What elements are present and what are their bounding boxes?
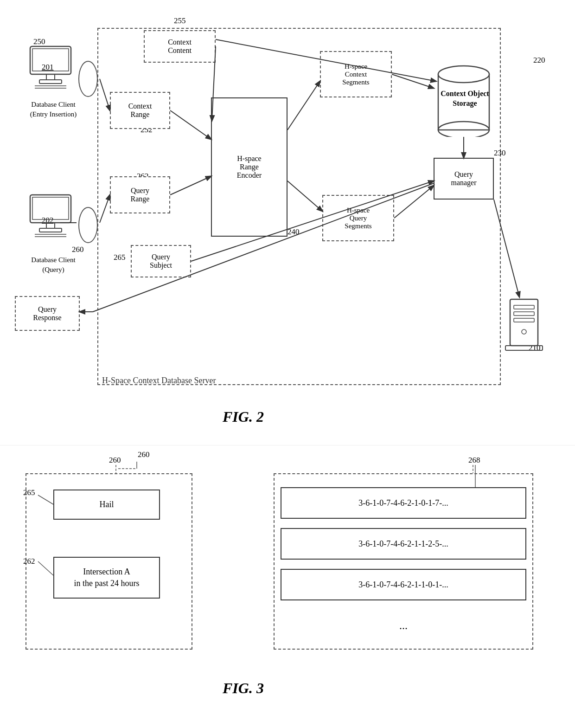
svg-rect-0	[30, 46, 71, 74]
svg-point-15	[438, 66, 489, 83]
fig3-label-260: 260	[118, 459, 146, 473]
svg-point-21	[522, 329, 526, 334]
svg-point-13	[79, 207, 97, 243]
query-response-box: Query Response	[15, 296, 80, 331]
context-range-box: Context Range	[110, 92, 170, 129]
label-230: 230	[494, 148, 506, 158]
query-manager-box: Query manager	[434, 158, 494, 200]
context-content-box: Context Content	[144, 30, 216, 63]
query-subject-box: Query Subject	[131, 245, 191, 277]
label-240: 240	[288, 227, 300, 237]
db-client-query-label: Database Client (Query)	[16, 255, 90, 275]
db-client-entry-icon	[26, 44, 77, 92]
svg-rect-7	[32, 197, 69, 219]
hspace-server-label: H-Space Context Database Server	[102, 376, 216, 386]
segment-dots: ...	[281, 610, 526, 641]
svg-rect-17	[510, 299, 538, 346]
label-260: 260	[72, 245, 84, 254]
hspace-encoder-box: H-space Range Encoder	[211, 97, 288, 237]
label-255: 255	[174, 16, 186, 26]
svg-rect-18	[514, 305, 534, 309]
context-object-storage-label: Context Object Storage	[427, 89, 503, 109]
fig3-diagram: 260 260 265 262 268 Hail Intersection A …	[0, 445, 575, 728]
db-client-entry-label: Database Client (Entry Insertion)	[16, 100, 90, 119]
label-220: 220	[533, 56, 545, 65]
svg-rect-2	[46, 74, 55, 80]
svg-rect-1	[32, 49, 69, 71]
hail-box: Hail	[53, 490, 160, 520]
svg-point-12	[79, 61, 97, 97]
oval-top-icon	[77, 60, 100, 97]
segment-row-3: 3-6-1-0-7-4-6-2-1-1-0-1-...	[281, 569, 526, 600]
fig3-caption: FIG. 3	[223, 680, 264, 697]
db-client-query-icon	[26, 193, 77, 241]
fig3-n260-label: 260	[109, 456, 121, 465]
oval-bottom-icon	[77, 206, 100, 244]
hspace-query-seg-box: H-space Query Segments	[322, 195, 394, 241]
server-tower-icon	[501, 297, 547, 353]
svg-rect-3	[39, 80, 62, 84]
fig3-n262-label: 262	[23, 557, 35, 566]
fig3-n265-label: 265	[23, 488, 35, 497]
fig3-n268-label: 268	[468, 456, 480, 465]
svg-rect-22	[505, 346, 543, 350]
intersection-box: Intersection A in the past 24 hours	[53, 557, 160, 599]
svg-rect-20	[514, 318, 534, 322]
svg-rect-9	[39, 228, 62, 232]
hspace-context-seg-box: H-space Context Segments	[320, 51, 392, 97]
svg-point-16	[438, 122, 489, 137]
svg-rect-8	[46, 223, 55, 228]
fig2-diagram: H-Space Context Database Server 255 250 …	[0, 0, 575, 445]
label-265: 265	[114, 253, 126, 262]
segment-row-1: 3-6-1-0-7-4-6-2-1-0-1-7-...	[281, 487, 526, 519]
segment-row-2: 3-6-1-0-7-4-6-2-1-1-2-5-...	[281, 528, 526, 560]
svg-rect-19	[514, 312, 534, 316]
svg-rect-6	[30, 195, 71, 223]
fig2-caption: FIG. 2	[223, 408, 264, 425]
query-range-box: Query Range	[110, 176, 170, 213]
